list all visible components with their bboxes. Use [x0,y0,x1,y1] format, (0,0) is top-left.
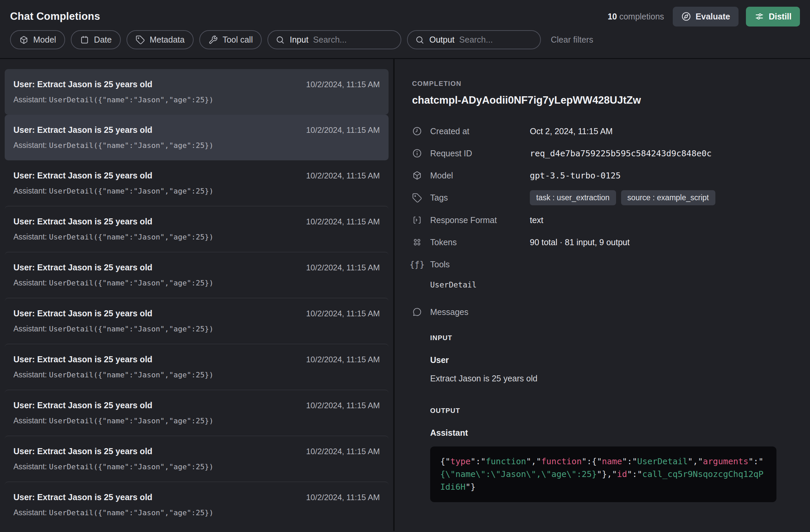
chat-completions-page: Chat Completions 10 completions Evaluate… [0,0,810,532]
filter-tool-call[interactable]: Tool call [199,30,262,49]
tool-name: UserDetail [430,280,800,289]
meta-label: Model [430,171,530,181]
messages-label: Messages [430,307,530,317]
meta-row-model: Model gpt-3.5-turbo-0125 [412,168,800,183]
list-item-timestamp: 10/2/2024, 11:15 AM [306,171,380,181]
search-icon [415,35,424,45]
list-item-user-text: User: Extract Jason is 25 years old [13,262,152,272]
completions-count: 10 completions [608,12,664,21]
evaluate-button-label: Evaluate [696,12,730,21]
list-item-timestamp: 10/2/2024, 11:15 AM [306,354,380,365]
clear-filters-button[interactable]: Clear filters [551,35,593,45]
completion-list-item[interactable]: User: Extract Jason is 25 years old10/2/… [5,298,389,344]
meta-row-request-id: Request ID req_d4e7ba759225b595c584243d9… [412,146,800,161]
input-search-input[interactable] [313,35,393,45]
completion-detail: COMPLETION chatcmpl-ADyAodii0NF7ig7yLepW… [394,59,810,531]
list-item-assistant-text: Assistant: UserDetail({"name":"Jason","a… [13,95,380,105]
tools-list: UserDetail [412,280,800,289]
filter-date[interactable]: Date [71,30,121,49]
filter-model[interactable]: Model [10,30,65,49]
list-item-timestamp: 10/2/2024, 11:15 AM [306,400,380,411]
input-heading: INPUT [430,334,800,342]
compass-icon [681,12,691,21]
tag-chips: task : user_extractionsource : example_s… [530,190,715,205]
output-role: Assistant [430,428,800,438]
list-item-assistant-text: Assistant: UserDetail({"name":"Jason","a… [13,370,380,380]
meta-row-tokens: Tokens 90 total · 81 input, 9 output [412,235,800,250]
list-item-user-text: User: Extract Jason is 25 years old [13,446,152,456]
calendar-icon [80,35,89,45]
input-role: User [430,355,800,365]
meta-row-tools: {ƒ} Tools [412,257,800,272]
created-at-value: Oct 2, 2024, 11:15 AM [530,127,613,136]
chat-bubble-icon [412,307,422,317]
tag-chip: source : example_script [621,190,715,205]
list-item-assistant-text: Assistant: UserDetail({"name":"Jason","a… [13,416,380,426]
header: Chat Completions 10 completions Evaluate… [0,0,810,59]
list-item-assistant-text: Assistant: UserDetail({"name":"Jason","a… [13,140,380,150]
sliders-icon [754,12,764,21]
tokens-grid-icon [412,237,422,247]
filter-bar: Model Date Metadata Tool call [10,30,800,49]
output-search-input[interactable] [459,35,533,45]
list-item-user-text: User: Extract Jason is 25 years old [13,354,152,364]
page-title: Chat Completions [10,11,100,22]
meta-label: Tools [430,260,530,269]
filter-tool-call-label: Tool call [223,35,253,45]
completion-list-item[interactable]: User: Extract Jason is 25 years old10/2/… [5,252,389,298]
request-id-value: req_d4e7ba759225b595c584243d9c848e0c [530,149,712,158]
completion-list-item[interactable]: User: Extract Jason is 25 years old10/2/… [5,390,389,436]
completions-count-label: completions [619,12,664,21]
list-item-timestamp: 10/2/2024, 11:15 AM [306,217,380,227]
assistant-output-code: {"type":"function","function":{"name":"U… [430,447,776,502]
completion-list-item[interactable]: User: Extract Jason is 25 years old10/2/… [5,436,389,482]
filter-model-label: Model [33,35,56,45]
list-item-timestamp: 10/2/2024, 11:15 AM [306,80,380,89]
messages-section-header: Messages [412,304,800,319]
response-format-value: text [530,215,543,225]
model-value: gpt-3.5-turbo-0125 [530,171,621,181]
meta-row-response-format: Response Format text [412,213,800,228]
meta-row-created-at: Created at Oct 2, 2024, 11:15 AM [412,124,800,138]
list-item-assistant-text: Assistant: UserDetail({"name":"Jason","a… [13,232,380,242]
detail-eyebrow: COMPLETION [412,80,800,87]
completion-list-item[interactable]: User: Extract Jason is 25 years old10/2/… [5,206,389,252]
output-search-filter[interactable]: Output [407,30,541,49]
distill-button[interactable]: Distill [746,7,800,27]
list-item-timestamp: 10/2/2024, 11:15 AM [306,125,380,135]
search-icon [275,35,285,45]
list-item-user-text: User: Extract Jason is 25 years old [13,216,152,227]
meta-label: Created at [430,127,530,136]
tag-icon [412,193,422,203]
completion-list: User: Extract Jason is 25 years old10/2/… [0,59,393,531]
list-item-timestamp: 10/2/2024, 11:15 AM [306,309,380,319]
list-item-user-text: User: Extract Jason is 25 years old [13,79,152,89]
clock-icon [412,126,422,136]
completion-list-item[interactable]: User: Extract Jason is 25 years old10/2/… [5,482,389,528]
tag-icon [135,35,145,45]
tokens-value: 90 total · 81 input, 9 output [530,237,630,247]
list-item-user-text: User: Extract Jason is 25 years old [13,308,152,318]
filter-metadata-label: Metadata [150,35,184,45]
list-item-timestamp: 10/2/2024, 11:15 AM [306,493,380,502]
list-item-user-text: User: Extract Jason is 25 years old [13,492,152,502]
evaluate-button[interactable]: Evaluate [673,7,739,27]
completion-id: chatcmpl-ADyAodii0NF7ig7yLepWW428UJtZw [412,94,800,106]
braces-function-icon: {ƒ} [412,259,422,269]
list-item-assistant-text: Assistant: UserDetail({"name":"Jason","a… [13,278,380,288]
input-search-label: Input [290,35,308,45]
completion-list-item[interactable]: User: Extract Jason is 25 years old10/2/… [5,115,389,160]
list-item-user-text: User: Extract Jason is 25 years old [13,170,152,181]
list-item-timestamp: 10/2/2024, 11:15 AM [306,263,380,273]
meta-label: Tokens [430,237,530,247]
wrench-icon [208,35,218,45]
list-item-user-text: User: Extract Jason is 25 years old [13,400,152,410]
completion-list-item[interactable]: User: Extract Jason is 25 years old10/2/… [5,160,389,206]
list-item-user-text: User: Extract Jason is 25 years old [13,125,152,135]
meta-label: Tags [430,193,530,203]
cube-icon [412,170,422,181]
completion-list-item[interactable]: User: Extract Jason is 25 years old10/2/… [5,344,389,390]
filter-metadata[interactable]: Metadata [127,30,194,49]
input-search-filter[interactable]: Input [268,30,401,49]
completion-list-item[interactable]: User: Extract Jason is 25 years old10/2/… [5,69,389,115]
